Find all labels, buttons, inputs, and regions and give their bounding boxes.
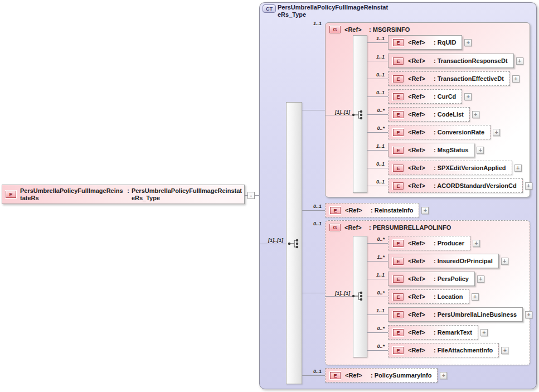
ref-label: <Ref> bbox=[345, 372, 371, 379]
cardinality-label: 1..1 bbox=[358, 308, 385, 313]
group-msgrsinfo-header: G <Ref> : MSGRSINFO bbox=[329, 26, 410, 33]
root-element-name: PersUmbrellaPolicyFullImageReinstateRs bbox=[20, 187, 125, 202]
element-row-policysummaryinfo[interactable]: E<Ref>: PolicySummaryInfo + bbox=[325, 368, 447, 383]
msgrsinfo-cardinality: 1..1 bbox=[295, 21, 322, 26]
expand-icon[interactable]: + bbox=[501, 347, 508, 354]
element-name: : CurCd bbox=[434, 93, 456, 100]
connector-line bbox=[367, 243, 388, 244]
element-badge: E bbox=[393, 347, 404, 354]
element-badge: E bbox=[6, 191, 16, 198]
element-badge: E bbox=[393, 164, 404, 172]
cardinality-label: 0..* bbox=[358, 108, 385, 113]
element-badge: E bbox=[393, 57, 404, 65]
element-name: : ConversionRate bbox=[434, 129, 484, 135]
expand-icon[interactable]: + bbox=[421, 207, 429, 214]
cardinality-label: 1..1 bbox=[358, 36, 385, 41]
group-name: : PERSUMBRELLAPOLINFO bbox=[369, 224, 451, 231]
expand-icon[interactable]: + bbox=[525, 182, 532, 190]
connector-line bbox=[367, 350, 388, 351]
expand-icon[interactable]: + bbox=[514, 164, 522, 172]
connector-line bbox=[367, 114, 388, 115]
connector-line bbox=[326, 296, 356, 297]
expand-icon[interactable]: + bbox=[464, 93, 472, 100]
collapse-icon[interactable]: - bbox=[247, 192, 255, 199]
element-row-codelist[interactable]: E<Ref>: CodeList + bbox=[388, 107, 479, 122]
ref-label: <Ref> bbox=[344, 26, 369, 33]
connector-line bbox=[367, 61, 388, 61]
element-badge: E bbox=[393, 39, 404, 46]
cardinality-label: 0..1 bbox=[358, 161, 385, 167]
element-row-persumbrellalinebusiness[interactable]: E<Ref>: PersUmbrellaLineBusiness + bbox=[388, 307, 532, 322]
ref-label: <Ref> bbox=[408, 293, 434, 300]
element-row-rquid[interactable]: E<Ref>: RqUID + bbox=[388, 35, 472, 50]
ref-label: <Ref> bbox=[408, 164, 434, 171]
expand-icon[interactable]: + bbox=[464, 39, 472, 46]
element-name: : ACORDStandardVersionCd bbox=[434, 182, 517, 189]
root-element-box[interactable]: E PersUmbrellaPolicyFullImageReinstateRs… bbox=[2, 185, 245, 204]
expand-icon[interactable]: + bbox=[472, 111, 479, 118]
ref-label: <Ref> bbox=[408, 329, 434, 336]
connector-line bbox=[367, 168, 388, 168]
connector-line bbox=[367, 42, 388, 43]
element-row-conversionrate[interactable]: E<Ref>: ConversionRate + bbox=[388, 125, 500, 139]
cardinality-label: 1..1 bbox=[358, 143, 385, 149]
connector-line bbox=[302, 110, 325, 110]
ref-label: <Ref> bbox=[408, 111, 434, 118]
element-badge: E bbox=[393, 129, 404, 136]
element-row-insuredorprincipal[interactable]: E<Ref>: InsuredOrPrincipal + bbox=[388, 254, 508, 268]
connector-line bbox=[367, 150, 388, 151]
element-row-transactioneffectivedt[interactable]: E<Ref>: TransactionEffectiveDt + bbox=[388, 71, 519, 86]
element-name: : PersUmbrellaLineBusiness bbox=[434, 311, 517, 318]
element-row-transactionresponsedt[interactable]: E<Ref>: TransactionResponseDt + bbox=[388, 54, 523, 68]
group-persumbrellapolinfo-header: G <Ref> : PERSUMBRELLAPOLINFO bbox=[329, 224, 451, 231]
element-row-acordstandardversioncd[interactable]: E<Ref>: ACORDStandardVersionCd + bbox=[388, 178, 532, 193]
expand-icon[interactable]: + bbox=[473, 240, 480, 247]
element-badge: E bbox=[393, 329, 404, 336]
outer-sequence-cardinality: [1]..[1] bbox=[255, 238, 283, 243]
expand-icon[interactable]: + bbox=[493, 129, 500, 136]
group-msgrsinfo[interactable]: G <Ref> : MSGRSINFO [1]..[1] 1..1 1..1 0… bbox=[325, 22, 530, 197]
ref-label: <Ref> bbox=[408, 347, 434, 354]
expand-icon[interactable]: + bbox=[516, 57, 523, 65]
expand-icon[interactable]: + bbox=[525, 311, 532, 318]
connector-line bbox=[302, 293, 325, 293]
cardinality-label: 0..1 bbox=[358, 179, 385, 185]
root-element-type: PersUmbrellaPolicyFullImageReinstateRs_T… bbox=[132, 187, 242, 202]
ref-label: <Ref> bbox=[408, 147, 434, 153]
expand-icon[interactable]: + bbox=[512, 75, 519, 83]
ref-label: <Ref> bbox=[408, 75, 434, 82]
cardinality-label: 0..* bbox=[358, 343, 385, 349]
element-row-msgstatus[interactable]: E<Ref>: MsgStatus + bbox=[388, 143, 484, 157]
element-row-location[interactable]: E<Ref>: Location + bbox=[388, 289, 479, 304]
ref-label: <Ref> bbox=[408, 129, 434, 135]
expand-icon[interactable]: + bbox=[501, 258, 508, 265]
element-row-reinstateinfo[interactable]: E<Ref>: ReinstateInfo + bbox=[325, 203, 429, 217]
element-badge: E bbox=[393, 275, 404, 283]
expand-icon[interactable]: + bbox=[472, 293, 479, 301]
element-row-spxeditversionapplied[interactable]: E<Ref>: SPXEditVersionApplied + bbox=[388, 161, 522, 175]
expand-icon[interactable]: + bbox=[480, 329, 488, 336]
group-persumbrellapolinfo[interactable]: G <Ref> : PERSUMBRELLAPOLINFO [1]..[1] 0… bbox=[325, 220, 530, 365]
ref-label: <Ref> bbox=[408, 275, 434, 282]
element-badge: E bbox=[393, 182, 404, 190]
element-row-curcd[interactable]: E<Ref>: CurCd + bbox=[388, 89, 472, 104]
expand-icon[interactable]: + bbox=[477, 275, 484, 283]
expand-icon[interactable]: + bbox=[440, 372, 447, 379]
element-row-fileattachmentinfo[interactable]: E<Ref>: FileAttachmentInfo + bbox=[388, 343, 508, 357]
cardinality-label: 0..* bbox=[358, 326, 385, 331]
expand-icon[interactable]: + bbox=[477, 147, 484, 154]
connector-line bbox=[302, 210, 325, 211]
connector-line bbox=[367, 186, 388, 186]
cardinality-label: 0..* bbox=[358, 125, 385, 131]
connector-line bbox=[367, 332, 388, 333]
element-name: : ReinstateInfo bbox=[371, 207, 413, 214]
ref-label: <Ref> bbox=[408, 93, 434, 100]
ref-label: <Ref> bbox=[408, 182, 434, 189]
element-row-perspolicy[interactable]: E<Ref>: PersPolicy + bbox=[388, 272, 484, 286]
connector-line bbox=[302, 375, 325, 376]
ref-label: <Ref> bbox=[408, 240, 434, 246]
element-row-producer[interactable]: E<Ref>: Producer + bbox=[388, 236, 480, 250]
element-row-remarktext[interactable]: E<Ref>: RemarkText + bbox=[388, 325, 488, 340]
element-badge: E bbox=[393, 93, 404, 100]
group-name: : MSGRSINFO bbox=[369, 26, 410, 33]
